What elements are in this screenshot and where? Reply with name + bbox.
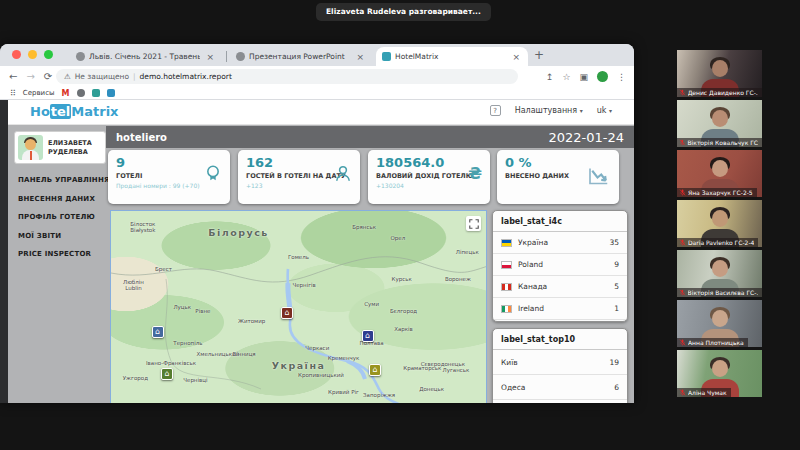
participant-video-tile[interactable]: Яна Захарчук ГС-2-5 [677, 150, 762, 197]
city-label: Тернопіль [173, 340, 202, 346]
participants-strip: Денис Давиденко ГС-... Вікторія Ковальчу… [677, 50, 762, 397]
participant-name-bar: Яна Захарчук ГС-2-5 [677, 188, 757, 197]
muted-mic-icon [679, 189, 686, 196]
city-label: Ужгород [123, 375, 148, 381]
bookmark-icon[interactable] [107, 89, 115, 97]
address-bar[interactable]: ⚠ Не защищено | demo.hotelmatrix.report [56, 69, 518, 84]
close-tab-icon[interactable]: × [204, 52, 216, 62]
tab-separator [226, 51, 227, 62]
participant-video-tile[interactable]: Аліна Чумак [677, 350, 762, 397]
not-secure-label: Не защищено [75, 72, 129, 81]
participant-name: Вікторія Василєва ГС-... [688, 289, 758, 296]
participant-name: Аліна Чумак [688, 389, 727, 396]
participant-name-bar: Daria Pavlenko ГС-2-4 [677, 238, 758, 247]
hotel-map-marker[interactable] [161, 368, 173, 380]
hotelmatrix-favicon [382, 52, 391, 61]
sidebar-item[interactable]: МОЇ ЗВІТИ [18, 232, 110, 240]
user-profile-card[interactable]: ЕЛИЗАВЕТА РУДЕЛЕВА [14, 131, 106, 164]
browser-tab-1[interactable]: Львів. Січень 2021 - Травень × [70, 47, 222, 66]
close-tab-icon[interactable]: × [354, 52, 366, 62]
maximize-window-button[interactable] [44, 50, 53, 59]
close-tab-icon[interactable]: × [510, 52, 522, 62]
user-name: ЕЛИЗАВЕТА РУДЕЛЕВА [48, 139, 92, 157]
country-stat-row: Ireland 1 [493, 298, 627, 320]
close-window-button[interactable] [12, 50, 21, 59]
gmail-icon[interactable]: M [62, 89, 70, 98]
hotelmatrix-logo[interactable]: HotelMatrix [30, 104, 119, 119]
sidebar-item[interactable]: ПАНЕЛЬ УПРАВЛІННЯ [18, 176, 110, 184]
participant-video-tile[interactable]: Вікторія Ковальчук ГС... [677, 100, 762, 147]
browser-toolbar: ← → ⟳ ⚠ Не защищено | demo.hotelmatrix.r… [0, 66, 634, 87]
flag-icon [501, 305, 512, 313]
sidebar-item[interactable]: ПРОФІЛЬ ГОТЕЛЮ [18, 213, 110, 221]
flag-icon [501, 239, 512, 247]
muted-mic-icon [679, 389, 686, 396]
participant-name-bar: Вікторія Василєва ГС-... [677, 288, 762, 297]
language-menu[interactable]: uk ▾ [597, 106, 612, 115]
country-stat-row: Канада 5 [493, 276, 627, 298]
speaking-notification: Elizaveta Rudeleva разговаривает... [316, 3, 491, 21]
tab-label: HotelMatrix [395, 52, 506, 61]
panel-stat-top10: label_stat_top10 Київ 19 Одеса 6 [492, 328, 628, 403]
participant-video-tile[interactable]: Daria Pavlenko ГС-2-4 [677, 200, 762, 247]
hotel-map-marker[interactable] [152, 326, 164, 338]
participant-video-tile[interactable]: Анна Плотницька [677, 300, 762, 347]
browser-tab-2[interactable]: Презентация PowerPoint × [230, 47, 372, 66]
stat-card-guests: 162 ГОСТЕЙ В ГОТЕЛІ НА ДАТУ +123 [238, 150, 360, 204]
city-label: Краматорськ [403, 365, 441, 371]
participant-name: Денис Давиденко ГС-... [688, 89, 758, 96]
bookmark-star-icon[interactable]: ☆ [562, 72, 570, 82]
city-label: Луганськ [443, 367, 470, 373]
bookmark-icon[interactable] [77, 89, 85, 97]
bookmark-icon[interactable] [92, 89, 100, 97]
back-icon[interactable]: ← [9, 71, 17, 82]
hotels-map[interactable]: БілорусьУкраїна Білосток BiałystokБрестГ… [110, 210, 487, 403]
city-label: Донецьк [419, 386, 444, 392]
url-divider: | [133, 72, 136, 81]
settings-menu[interactable]: Налаштування ▾ [515, 106, 583, 115]
city-label: Черкаси [305, 345, 329, 351]
city-label: Гомель [288, 254, 309, 260]
not-secure-icon: ⚠ [64, 72, 71, 81]
globe-favicon [236, 52, 245, 61]
country-label: Україна [272, 359, 326, 370]
city-label: Кременчук [328, 355, 360, 361]
browser-menu-icon[interactable]: ⋮ [617, 72, 626, 82]
muted-mic-icon [679, 289, 686, 296]
participant-name-bar: Анна Плотницька [677, 338, 748, 347]
window-controls [12, 50, 53, 59]
browser-tab-active[interactable]: HotelMatrix × [376, 47, 528, 66]
hotel-map-marker[interactable] [281, 307, 293, 319]
map-fullscreen-button[interactable] [466, 216, 481, 231]
share-icon[interactable]: ↥ [546, 72, 554, 82]
hotel-group-name: hoteliero [116, 132, 167, 143]
panel-title: label_stat_top10 [493, 329, 627, 350]
toolbar-actions: ↥ ☆ ▣ ⋮ [546, 66, 626, 87]
help-icon[interactable]: ? [490, 105, 501, 116]
hotel-map-marker[interactable] [369, 364, 381, 376]
city-label: Рівне [195, 308, 210, 314]
participant-name-bar: Вікторія Ковальчук ГС... [677, 138, 762, 147]
profile-avatar[interactable] [597, 71, 608, 82]
city-label: Луцьк [173, 304, 191, 310]
hotel-map-marker[interactable] [362, 330, 374, 342]
participant-video-tile[interactable]: Денис Давиденко ГС-... [677, 50, 762, 97]
fullscreen-icon [469, 219, 479, 229]
bookmark-services[interactable]: Сервисы [23, 89, 55, 97]
flag-icon [501, 283, 512, 291]
participant-name: Daria Pavlenko ГС-2-4 [688, 239, 754, 246]
reload-icon[interactable]: ⟳ [44, 71, 52, 82]
participant-name-bar: Аліна Чумак [677, 388, 731, 397]
participant-video-tile[interactable]: Вікторія Василєва ГС-... [677, 250, 762, 297]
sidebar-item[interactable]: PRICE INSPECTOR [18, 250, 110, 258]
sidebar-menu: ПАНЕЛЬ УПРАВЛІННЯВНЕСЕННЯ ДАНИХПРОФІЛЬ Г… [18, 176, 110, 269]
forward-icon[interactable]: → [26, 71, 34, 82]
apps-grid-icon[interactable]: ⠿ [10, 89, 16, 98]
panel-stat-countries: label_stat_i4c Україна 35 Poland 9 [492, 210, 628, 322]
new-tab-button[interactable]: + [534, 48, 544, 62]
dashboard-date[interactable]: 2022-01-24 [548, 130, 624, 145]
city-label: Харків [394, 326, 413, 332]
sidebar-item[interactable]: ВНЕСЕННЯ ДАНИХ [18, 195, 110, 203]
minimize-window-button[interactable] [28, 50, 37, 59]
side-panel-icon[interactable]: ▣ [579, 72, 588, 82]
